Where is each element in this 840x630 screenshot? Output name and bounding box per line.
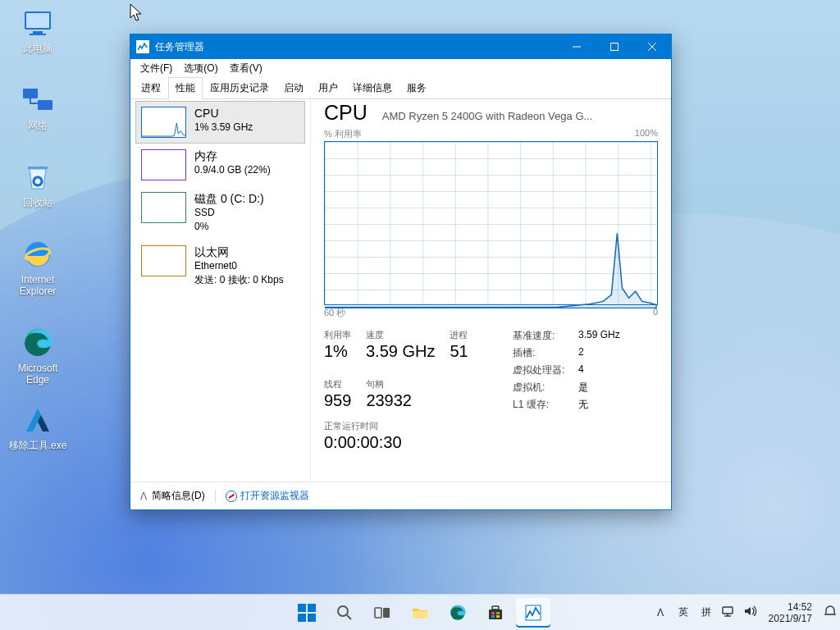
stat-utilization: 利用率1% [324,329,351,363]
menu-file[interactable]: 文件(F) [135,60,177,77]
detail-heading: CPU [324,101,368,125]
volume-icon[interactable] [742,604,757,621]
menu-view[interactable]: 查看(V) [225,60,267,77]
cpu-detail-pane: CPU AMD Ryzen 5 2400G with Radeon Vega G… [311,96,671,482]
svg-rect-21 [375,608,381,618]
notifications-icon[interactable] [824,605,837,620]
cpu-thumb-icon [141,107,186,138]
tray-overflow-button[interactable]: ᐱ [652,604,669,622]
taskbar[interactable]: ᐱ 英 拼 14:522021/9/17 [0,594,840,630]
start-button[interactable] [290,598,324,628]
svg-rect-12 [611,43,619,51]
tray-clock[interactable]: 14:522021/9/17 [764,601,817,624]
taskbar-store-button[interactable] [478,598,513,628]
desktop-icon-removal-tool[interactable]: 移除工具.exe [5,404,71,451]
cpu-model: AMD Ryzen 5 2400G with Radeon Vega G... [382,110,658,122]
close-button[interactable] [633,34,671,59]
app-icon [136,40,149,53]
task-manager-window: 任务管理器 文件(F) 选项(O) 查看(V) 进程 性能 应用历史记录 启动 … [130,34,672,510]
resource-name: CPU [194,107,253,121]
svg-rect-3 [30,34,46,35]
taskbar-edge-button[interactable] [441,598,475,628]
desktop-icon-recycle-bin[interactable]: 回收站 [5,161,71,208]
resource-name: 以太网 [194,245,284,259]
resource-sub: 0.9/4.0 GB (22%) [194,163,271,177]
separator [215,490,216,503]
y-axis-max: 100% [635,128,658,140]
desktop-icon-network[interactable]: 网络 [5,84,71,131]
svg-rect-6 [28,167,48,169]
taskbar-search-button[interactable] [327,598,362,628]
desktop-icon-ie[interactable]: Internet Explorer [5,238,71,297]
resource-name: 内存 [194,149,271,163]
brief-info-link[interactable]: 简略信息(D) [152,489,205,503]
resource-disk[interactable]: 磁盘 0 (C: D:)SSD 0% [135,186,305,240]
menu-bar: 文件(F) 选项(O) 查看(V) [130,59,671,77]
y-axis-label: % 利用率 [324,128,362,140]
resource-sub: Ethernet0 发送: 0 接收: 0 Kbps [194,259,284,287]
resmon-icon [226,491,237,502]
desktop-icon-label: Microsoft Edge [5,363,71,386]
window-footer: ᐱ 简略信息(D) 打开资源监视器 [130,482,671,509]
stat-threads: 线程959 [324,378,351,413]
resource-sub: SSD 0% [194,206,264,234]
desktop-icon-label: 移除工具.exe [5,440,71,451]
svg-line-20 [347,615,351,619]
stat-uptime: 正常运行时间 0:00:00:30 [324,420,658,452]
taskbar-explorer-button[interactable] [403,598,437,628]
open-resmon-link[interactable]: 打开资源监视器 [226,489,309,503]
svg-rect-28 [496,612,500,614]
resource-sub: 1% 3.59 GHz [194,121,253,135]
svg-rect-5 [38,100,52,110]
taskbar-taskview-button[interactable] [365,598,399,628]
stat-speed: 速度3.59 GHz [366,329,435,363]
svg-rect-4 [23,89,38,98]
window-title: 任务管理器 [155,40,558,54]
ethernet-thumb-icon [141,245,186,276]
desktop-icon-label: 回收站 [5,197,71,208]
svg-rect-1 [26,13,49,28]
x-axis-left: 60 秒 [324,307,345,319]
desktop-icon-edge[interactable]: Microsoft Edge [5,326,71,386]
desktop-icon-label: 此电脑 [5,43,71,54]
svg-rect-25 [489,609,502,619]
desktop-icon-label: Internet Explorer [5,274,71,297]
menu-options[interactable]: 选项(O) [179,60,222,77]
ime-mode[interactable]: 拼 [698,604,714,621]
maximize-button[interactable] [596,34,633,59]
chevron-up-icon[interactable]: ᐱ [140,491,147,502]
resource-cpu[interactable]: CPU1% 3.59 GHz [135,101,305,144]
svg-rect-18 [308,614,316,622]
ime-language[interactable]: 英 [675,604,692,621]
svg-rect-15 [298,604,306,612]
minimize-button[interactable] [558,34,596,59]
disk-thumb-icon [141,192,186,223]
desktop-icon-this-pc[interactable]: 此电脑 [5,7,71,54]
resource-ethernet[interactable]: 以太网Ethernet0 发送: 0 接收: 0 Kbps [135,240,305,293]
network-icon[interactable] [721,604,736,621]
titlebar[interactable]: 任务管理器 [130,34,671,59]
svg-rect-16 [308,604,316,612]
resource-name: 磁盘 0 (C: D:) [194,192,264,206]
system-tray: ᐱ 英 拼 14:522021/9/17 [652,601,837,624]
stat-handles: 句柄23932 [366,378,412,413]
svg-point-19 [338,606,348,616]
svg-rect-27 [491,612,495,614]
svg-rect-26 [492,606,499,609]
svg-rect-17 [298,614,306,622]
cpu-graph[interactable] [324,141,658,305]
stat-processes: 进程51 [450,329,468,363]
desktop-icon-label: 网络 [5,120,71,131]
resource-list: CPU1% 3.59 GHz 内存0.9/4.0 GB (22%) 磁盘 0 (… [130,96,311,482]
x-axis-right: 0 [653,307,658,319]
cpu-spec-table: 基准速度:3.59 GHz 插槽:2 虚拟处理器:4 虚拟机:是 L1 缓存:无 [513,329,620,412]
svg-rect-32 [723,607,733,614]
svg-rect-30 [496,615,500,618]
svg-rect-22 [383,608,390,618]
svg-rect-23 [413,611,427,619]
resource-memory[interactable]: 内存0.9/4.0 GB (22%) [135,144,305,186]
svg-rect-2 [33,31,43,34]
svg-rect-29 [491,615,495,618]
taskbar-taskmgr-button[interactable] [516,598,550,628]
cpu-line-icon [325,142,657,308]
